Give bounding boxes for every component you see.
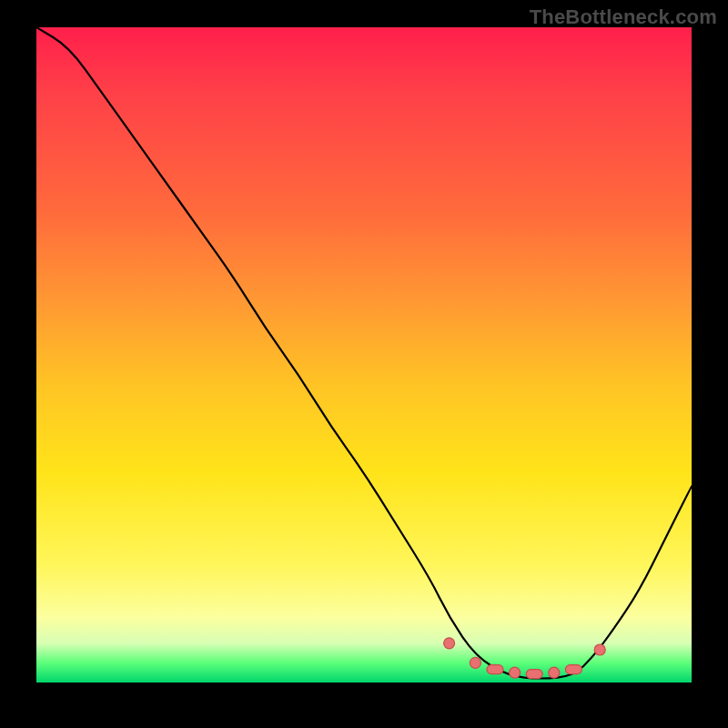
bottleneck-chart-svg <box>36 27 692 682</box>
optimal-dot <box>549 667 560 678</box>
optimal-dot <box>470 657 480 668</box>
optimal-dot <box>444 638 455 649</box>
bottleneck-curve-path <box>36 27 692 679</box>
watermark-text: TheBottleneck.com <box>530 5 717 29</box>
optimal-dot <box>510 667 521 678</box>
plot-area <box>36 27 692 682</box>
optimal-dot <box>594 644 605 655</box>
optimal-pill <box>526 670 542 679</box>
chart-root: TheBottleneck.com <box>0 0 728 728</box>
optimal-pill <box>565 665 581 674</box>
optimal-pill <box>487 665 503 674</box>
